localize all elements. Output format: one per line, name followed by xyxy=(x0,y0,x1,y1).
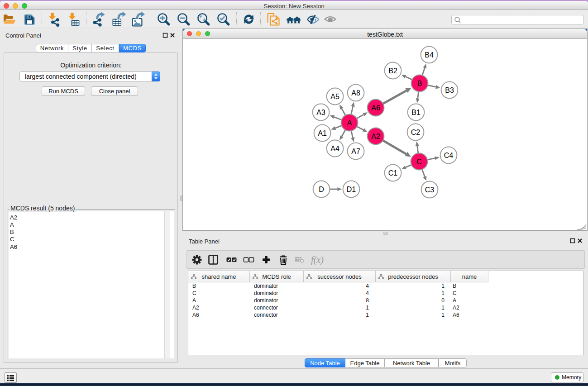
svg-text:A4: A4 xyxy=(330,145,339,152)
svg-text:A8: A8 xyxy=(351,89,360,97)
svg-text:C2: C2 xyxy=(411,129,421,136)
svg-text:A6: A6 xyxy=(371,104,380,112)
svg-text:A5: A5 xyxy=(330,93,339,100)
svg-text:f(x): f(x) xyxy=(311,255,324,265)
svg-text:C3: C3 xyxy=(425,186,435,194)
svg-text:B2: B2 xyxy=(388,67,397,75)
svg-text:B3: B3 xyxy=(445,86,454,94)
svg-text:B4: B4 xyxy=(425,51,434,59)
svg-text:A3: A3 xyxy=(316,109,325,116)
svg-text:A2: A2 xyxy=(371,133,380,140)
svg-text:A: A xyxy=(347,119,352,127)
svg-text:A7: A7 xyxy=(351,148,360,155)
svg-text:B: B xyxy=(417,80,422,87)
svg-text:D1: D1 xyxy=(347,186,356,193)
svg-text:B1: B1 xyxy=(411,109,421,116)
svg-text:A1: A1 xyxy=(318,129,327,137)
svg-text:C1: C1 xyxy=(388,169,398,177)
svg-text:C4: C4 xyxy=(444,152,454,159)
svg-text:C: C xyxy=(416,158,422,166)
svg-text:D: D xyxy=(319,186,324,193)
